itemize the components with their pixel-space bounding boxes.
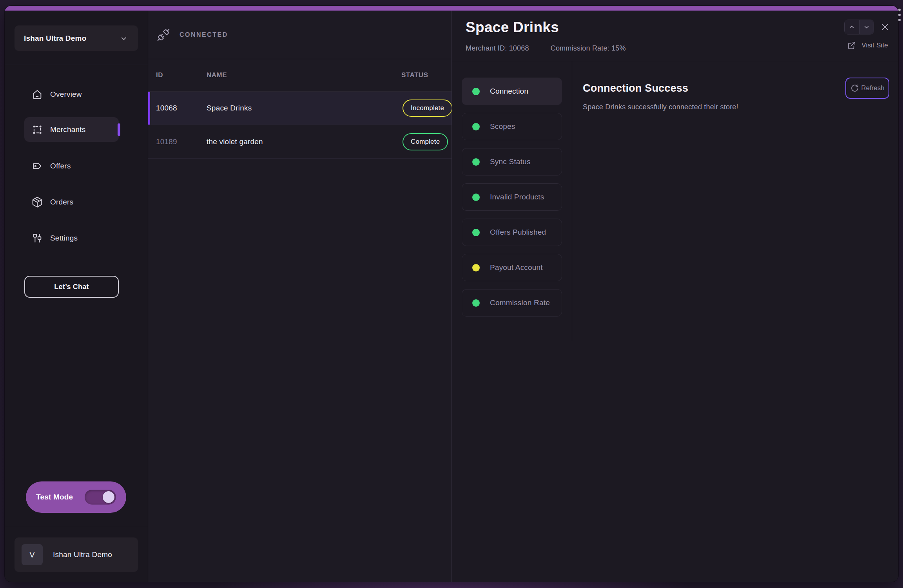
window-handle-dots: [898, 9, 901, 21]
previous-merchant-button[interactable]: [845, 20, 859, 34]
next-merchant-button[interactable]: [859, 20, 874, 34]
section-tab-commission-rate[interactable]: Commission Rate: [462, 289, 562, 317]
workspace-selector[interactable]: Ishan Ultra Demo: [15, 25, 138, 51]
section-tab-connection[interactable]: Connection: [462, 78, 562, 105]
merchant-meta: Merchant ID: 10068 Commission Rate: 15%: [466, 44, 626, 52]
status-dot: [472, 88, 480, 95]
package-icon: [31, 196, 43, 208]
content-heading: Connection Success: [583, 82, 688, 94]
refresh-icon: [850, 83, 859, 93]
section-tab-sync-status[interactable]: Sync Status: [462, 148, 562, 175]
profile-divider: [5, 527, 148, 527]
user-profile[interactable]: V Ishan Ultra Demo: [15, 537, 138, 572]
sidebar-item-label: Overview: [50, 90, 82, 99]
column-header-status: STATUS: [401, 71, 428, 79]
sliders-icon: [31, 232, 43, 244]
chevron-down-icon: [119, 34, 129, 43]
refresh-label: Refresh: [861, 84, 885, 92]
lets-chat-button[interactable]: Let’s Chat: [24, 276, 119, 298]
content-body: Space Drinks successfully connected thei…: [583, 103, 738, 111]
row-selection-indicator: [148, 92, 150, 125]
active-indicator: [118, 123, 120, 136]
home-icon: [31, 89, 43, 100]
commission-rate-text: Commission Rate: 15%: [551, 44, 626, 52]
tag-icon: [31, 160, 43, 172]
section-tab-payout-account[interactable]: Payout Account: [462, 254, 562, 281]
close-panel-button[interactable]: [880, 22, 890, 33]
connected-label: CONNECTED: [180, 31, 228, 38]
panel-header-divider: [452, 61, 898, 61]
sidebar-item-offers[interactable]: Offers: [24, 154, 119, 178]
visit-site-link[interactable]: Visit Site: [847, 41, 888, 50]
section-tab-invalid-products[interactable]: Invalid Products: [462, 183, 562, 211]
toggle-knob: [103, 491, 114, 503]
profile-name: Ishan Ultra Demo: [53, 550, 112, 559]
external-link-icon: [847, 41, 856, 50]
subnav-divider: [572, 61, 572, 341]
refresh-button[interactable]: Refresh: [845, 78, 889, 99]
status-badge: Incomplete: [403, 100, 452, 117]
merchant-id-text: Merchant ID: 10068: [466, 44, 529, 52]
merchant-name-cell: the violet garden: [207, 138, 263, 146]
sidebar-item-overview[interactable]: Overview: [24, 82, 119, 107]
merchant-detail-panel: Space Drinks Merchant ID: 10068 Commissi…: [452, 11, 898, 582]
status-dot: [472, 299, 480, 307]
merchant-pager: [844, 20, 874, 34]
sidebar-item-label: Orders: [50, 198, 73, 206]
sidebar-item-orders[interactable]: Orders: [24, 190, 119, 214]
merchant-id-cell: 10068: [156, 104, 177, 112]
status-dot: [472, 264, 480, 271]
column-header-name: NAME: [207, 71, 227, 79]
status-dot: [472, 158, 480, 166]
workspace-label: Ishan Ultra Demo: [24, 34, 119, 43]
table-row[interactable]: 10068 Space Drinks Incomplete: [148, 92, 462, 125]
status-dot: [472, 123, 480, 130]
status-dot: [472, 194, 480, 201]
sidebar-item-settings[interactable]: Settings: [24, 226, 119, 250]
section-tab-offers-published[interactable]: Offers Published: [462, 219, 562, 246]
table-row[interactable]: 10189 the violet garden Complete: [148, 125, 462, 159]
status-dot: [472, 229, 480, 236]
table-header: ID NAME STATUS: [148, 59, 462, 92]
app-window: Ishan Ultra Demo Overview Merchants Offe…: [5, 6, 898, 582]
test-mode-toggle[interactable]: [85, 490, 116, 505]
status-badge: Complete: [403, 133, 448, 150]
merchant-name-cell: Space Drinks: [207, 104, 252, 112]
visit-site-label: Visit Site: [861, 42, 888, 49]
test-mode-label: Test Mode: [36, 493, 85, 501]
sidebar-item-merchants[interactable]: Merchants: [24, 117, 119, 142]
page-title: Space Drinks: [466, 19, 559, 36]
unplug-icon: [157, 28, 170, 42]
section-tab-scopes[interactable]: Scopes: [462, 113, 562, 140]
sidebar-divider: [5, 65, 148, 65]
test-mode-pill: Test Mode: [26, 481, 126, 513]
sidebar-item-label: Merchants: [50, 125, 86, 134]
merchant-id-cell: 10189: [156, 138, 177, 146]
avatar: V: [22, 544, 43, 565]
column-header-id: ID: [156, 71, 163, 79]
sidebar: Ishan Ultra Demo Overview Merchants Offe…: [5, 11, 148, 582]
connected-section-header: CONNECTED: [148, 11, 462, 59]
sidebar-item-label: Settings: [50, 234, 78, 242]
sidebar-item-label: Offers: [50, 162, 71, 170]
merchant-list-pane: CONNECTED ID NAME STATUS 10068 Space Dri…: [148, 11, 462, 582]
window-accent-bar: [5, 6, 898, 11]
merchants-icon: [31, 124, 43, 136]
